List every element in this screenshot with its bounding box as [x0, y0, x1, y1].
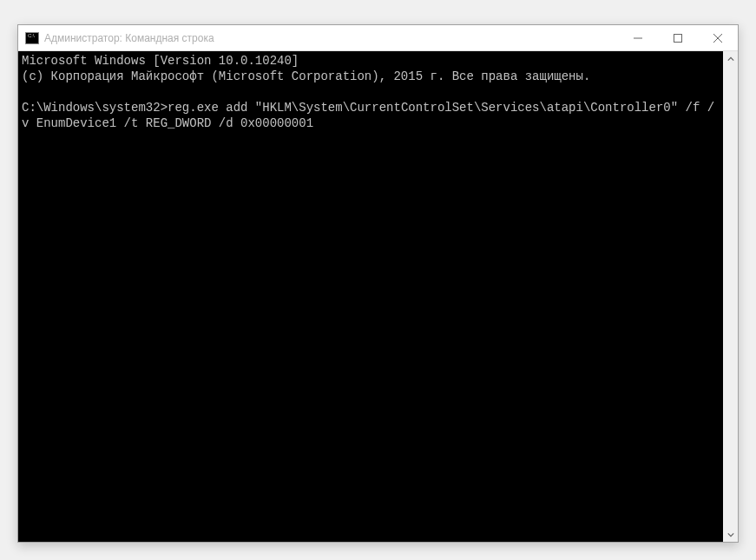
app-icon: C:\: [25, 32, 39, 44]
maximize-button[interactable]: [658, 25, 698, 50]
titlebar[interactable]: C:\ Администратор: Командная строка: [18, 25, 738, 51]
close-icon: [713, 34, 722, 43]
vertical-scrollbar[interactable]: [723, 51, 738, 542]
window-controls: [618, 25, 738, 50]
minimize-icon: [634, 34, 642, 43]
copyright-line: (c) Корпорация Майкрософт (Microsoft Cor…: [22, 69, 590, 83]
prompt: C:\Windows\system32>: [22, 101, 168, 115]
terminal-container: Microsoft Windows [Version 10.0.10240] (…: [18, 51, 738, 542]
scroll-track[interactable]: [723, 66, 738, 527]
terminal-output[interactable]: Microsoft Windows [Version 10.0.10240] (…: [18, 51, 723, 542]
minimize-button[interactable]: [618, 25, 658, 50]
scroll-up-button[interactable]: [723, 51, 738, 66]
scroll-down-button[interactable]: [723, 527, 738, 542]
svg-rect-1: [674, 34, 682, 42]
command-prompt-window: C:\ Администратор: Командная строка Micr…: [17, 24, 739, 543]
maximize-icon: [674, 34, 682, 43]
chevron-up-icon: [727, 56, 734, 63]
window-title: Администратор: Командная строка: [44, 32, 618, 44]
chevron-down-icon: [727, 531, 734, 538]
close-button[interactable]: [698, 25, 738, 50]
version-line: Microsoft Windows [Version 10.0.10240]: [22, 54, 299, 68]
